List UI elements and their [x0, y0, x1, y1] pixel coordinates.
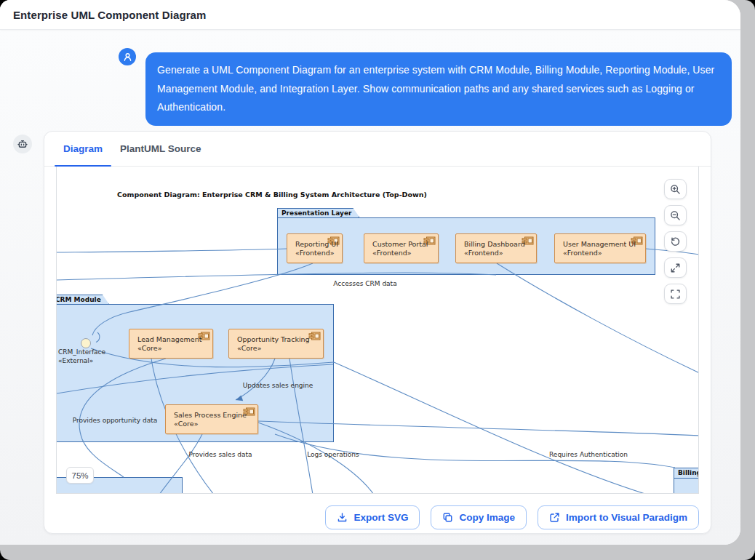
component-customer-portal: Customer Portal«Frontend»	[364, 233, 439, 263]
component-stereotype: «Frontend»	[295, 249, 335, 257]
import-visual-paradigm-button[interactable]: Import to Visual Paradigm	[538, 505, 699, 529]
component-reporting-ui: Reporting UI«Frontend»	[287, 233, 343, 263]
diagram-viewport: Component Diagram: Enterprise CRM & Bill…	[56, 167, 699, 494]
diagram-canvas[interactable]: Component Diagram: Enterprise CRM & Bill…	[57, 167, 698, 493]
user-message-bubble: Generate a UML Component Diagram for an …	[145, 52, 732, 126]
component-name: User Management UI	[563, 240, 636, 248]
content-area: Generate a UML Component Diagram for an …	[0, 30, 740, 545]
export-svg-button-label: Export SVG	[353, 512, 408, 523]
component-icon	[308, 332, 321, 340]
edge-label-requires-authentication: Requires Authentication	[549, 451, 628, 458]
edge-label-provides-sales-data: Provides sales data	[189, 451, 252, 458]
screenshot-background: Enterprise UML Component Diagram Generat…	[0, 0, 755, 560]
component-name: Opportunity Tracking	[237, 335, 310, 343]
component-billing-dashboard: Billing Dashboard«Frontend»	[455, 233, 537, 263]
reset-view-button[interactable]	[664, 231, 687, 252]
diagram-title: Component Diagram: Enterprise CRM & Bill…	[117, 191, 427, 199]
component-name: Billing Dashboard	[464, 240, 525, 248]
download-icon	[337, 512, 348, 523]
zoom-in-icon	[670, 184, 681, 195]
export-svg-button[interactable]: Export SVG	[325, 505, 420, 529]
component-stereotype: «Frontend»	[464, 249, 503, 257]
fullscreen-icon	[670, 289, 681, 300]
tab-diagram-label: Diagram	[63, 143, 103, 154]
fullscreen-button[interactable]	[664, 284, 687, 304]
package-label-billing: Billing	[674, 468, 699, 478]
edge-label-provides-opportunity-data: Provides opportunity data	[73, 417, 157, 424]
import-visual-paradigm-button-label: Import to Visual Paradigm	[566, 512, 687, 523]
tab-diagram[interactable]: Diagram	[55, 132, 111, 166]
component-sales-process-engine: Sales Process Engine«Core»	[165, 404, 258, 434]
component-name: Reporting UI	[295, 240, 338, 248]
zoom-out-icon	[670, 210, 681, 221]
page-title: Enterprise UML Component Diagram	[13, 0, 206, 30]
component-name: Sales Process Engine	[174, 411, 247, 419]
interface-name-label: CRM_Interface	[58, 348, 105, 356]
tab-plantuml-source-label: PlantUML Source	[120, 143, 201, 154]
diagram-toolbar: Export SVGCopy ImageImport to Visual Par…	[44, 505, 711, 529]
fit-view-button[interactable]	[664, 257, 687, 278]
edge-label-updates-sales-engine: Updates sales engine	[243, 382, 313, 389]
interface-stereotype-label: «External»	[58, 357, 93, 364]
component-stereotype: «Core»	[237, 344, 261, 352]
copy-image-button[interactable]: Copy Image	[431, 505, 527, 529]
copy-image-button-label: Copy Image	[459, 512, 515, 523]
component-stereotype: «Core»	[137, 344, 161, 352]
robot-icon	[17, 138, 28, 150]
fit-icon	[670, 263, 681, 273]
tab-bar: Diagram PlantUML Source	[44, 132, 711, 167]
edge-label-logs-operations: Logs operations	[307, 451, 359, 458]
tab-plantuml-source[interactable]: PlantUML Source	[111, 132, 210, 166]
external-link-icon	[549, 512, 560, 523]
interface-lollipop	[81, 339, 91, 348]
component-name: Lead Management	[137, 335, 201, 343]
package-label-presentation-layer: Presentation Layer	[277, 208, 359, 217]
component-opportunity-tracking: Opportunity Tracking«Core»	[228, 329, 324, 359]
zoom-in-button[interactable]	[664, 179, 687, 199]
app-window: Enterprise UML Component Diagram Generat…	[0, 0, 740, 545]
zoom-out-button[interactable]	[664, 205, 687, 225]
edge-label-accesses-crm-data: Accesses CRM data	[333, 280, 396, 287]
component-name: Customer Portal	[372, 240, 428, 248]
user-icon	[122, 52, 133, 63]
package-label-crm-module: CRM Module	[56, 295, 109, 304]
assistant-avatar	[13, 135, 32, 153]
zoom-level-badge: 75%	[66, 467, 94, 484]
component-stereotype: «Frontend»	[563, 249, 602, 257]
component-stereotype: «Core»	[174, 420, 198, 428]
window-header: Enterprise UML Component Diagram	[0, 0, 740, 30]
component-lead-management: Lead Management«Core»	[129, 329, 213, 359]
component-stereotype: «Frontend»	[372, 249, 412, 257]
reset-icon	[670, 236, 681, 247]
zoom-controls	[664, 179, 687, 304]
user-avatar	[119, 48, 136, 65]
component-user-management-ui: User Management UI«Frontend»	[554, 233, 646, 263]
copy-icon	[442, 512, 453, 523]
diagram-panel: Diagram PlantUML Source Component Diagra…	[44, 131, 711, 534]
